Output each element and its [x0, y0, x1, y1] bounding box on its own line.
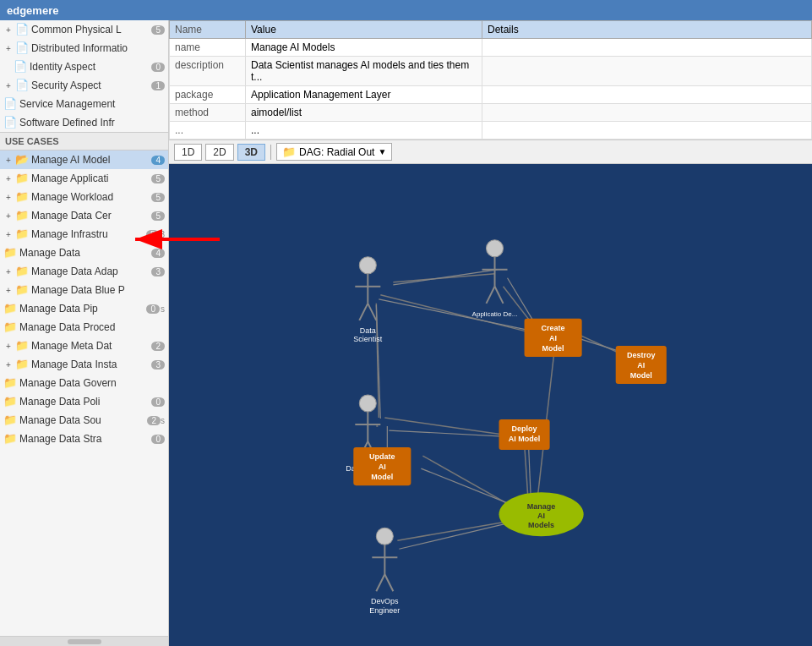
badge: 0: [151, 397, 165, 407]
prop-name: name: [170, 39, 246, 57]
page-icon: 📄: [3, 116, 17, 129]
sidebar-scroll[interactable]: + 📄 Common Physical L 5 + 📄 Distributed …: [0, 20, 168, 636]
prop-name: package: [170, 86, 246, 104]
expand-icon[interactable]: +: [3, 173, 14, 183]
folder-icon: 📄: [15, 23, 29, 36]
sidebar-item-manage-workload[interactable]: + 📁 Manage Workload 5: [0, 188, 168, 206]
svg-text:Destroy: Destroy: [627, 351, 656, 359]
sidebar-item-manage-data-poli[interactable]: 📁 Manage Data Poli 0: [0, 392, 168, 411]
folder-icon: 📁: [15, 227, 29, 241]
expand-icon[interactable]: +: [3, 211, 14, 221]
prop-row-more: ... ...: [170, 122, 812, 140]
view-2d-button[interactable]: 2D: [205, 144, 233, 161]
expand-icon[interactable]: +: [3, 43, 14, 53]
view-toolbar: 1D 2D 3D 📁 DAG: Radial Out ▼: [169, 140, 812, 164]
sidebar-item-manage-data-govern[interactable]: 📁 Manage Data Govern: [0, 374, 168, 392]
sidebar-item-manage-data-sou[interactable]: 📁 Manage Data Sou 2 s: [0, 411, 168, 430]
col-value-header: Value: [246, 21, 482, 39]
folder-icon: 📁: [3, 395, 17, 408]
svg-text:Engineer: Engineer: [369, 606, 400, 615]
sidebar-item-manage-meta[interactable]: + 📁 Manage Meta Dat 2: [0, 337, 168, 355]
right-panel: Name Value Details name Manage AI Models: [169, 20, 812, 646]
svg-line-5: [575, 333, 622, 354]
sidebar-scrollbar[interactable]: [0, 636, 168, 646]
svg-text:Model: Model: [630, 371, 652, 380]
expand-icon[interactable]: +: [3, 341, 14, 351]
svg-text:DevOps: DevOps: [371, 597, 399, 605]
sidebar-label: Manage Data Insta: [31, 359, 150, 370]
svg-line-7: [384, 418, 503, 435]
badge: 5: [151, 211, 165, 221]
prop-row-method: method aimodel/list: [170, 104, 812, 122]
prop-details: [482, 57, 812, 86]
view-3d-button[interactable]: 3D: [237, 144, 265, 161]
toolbar-separator: [270, 145, 271, 160]
sidebar-item-manage-data-pip[interactable]: 📁 Manage Data Pip 0 s: [0, 299, 168, 318]
badge: 5: [151, 193, 165, 202]
app-title: edgemere: [7, 4, 58, 17]
properties-panel: Name Value Details name Manage AI Models: [169, 20, 812, 140]
node-create-ai-model[interactable]: Create AI Model: [525, 319, 582, 357]
sidebar-item-service-mgmt[interactable]: 📄 Service Management: [0, 95, 168, 113]
sidebar-item-manage-data-proced[interactable]: 📁 Manage Data Proced: [0, 318, 168, 337]
expand-icon[interactable]: +: [3, 192, 14, 202]
extra: s: [161, 304, 165, 314]
properties-table: Name Value Details name Manage AI Models: [169, 20, 812, 140]
actor-devops-engineer[interactable]: DevOps Engineer: [369, 528, 400, 615]
page-icon: 📄: [15, 41, 29, 55]
svg-line-26: [359, 304, 368, 320]
sidebar-item-manage-data-center[interactable]: + 📁 Manage Data Cer 5: [0, 206, 168, 225]
node-destroy-ai-model[interactable]: Destroy AI Model: [616, 346, 667, 384]
svg-line-33: [486, 287, 494, 304]
badge: 4: [151, 156, 165, 165]
sidebar-label: Manage Data Govern: [19, 377, 165, 389]
svg-point-30: [486, 240, 503, 257]
expand-icon[interactable]: +: [3, 25, 14, 35]
actor-application-dev[interactable]: Applicatio De...: [472, 240, 518, 318]
sidebar-item-manage-data-stra[interactable]: 📁 Manage Data Stra 0: [0, 430, 168, 448]
sidebar-item-common-physical[interactable]: + 📄 Common Physical L 5: [0, 20, 168, 39]
svg-text:Manage: Manage: [527, 502, 556, 511]
folder-icon: 📁: [3, 376, 17, 390]
prop-details: [482, 39, 812, 57]
expand-icon[interactable]: +: [3, 266, 14, 276]
sidebar-item-distributed[interactable]: + 📄 Distributed Informatio: [0, 39, 168, 57]
expand-icon[interactable]: +: [3, 359, 14, 370]
sidebar: + 📄 Common Physical L 5 + 📄 Distributed …: [0, 20, 169, 646]
expand-icon[interactable]: +: [3, 229, 14, 239]
dag-dropdown[interactable]: 📁 DAG: Radial Out ▼: [276, 143, 392, 161]
expand-icon[interactable]: +: [3, 80, 14, 90]
folder-icon: 📁: [3, 302, 17, 315]
expand-icon[interactable]: +: [3, 285, 14, 295]
svg-line-65: [384, 574, 393, 591]
folder-icon: 📁: [15, 339, 29, 353]
prop-value: Data Scientist manages AI models and tie…: [246, 57, 482, 86]
node-manage-ai-models[interactable]: Manage AI Models: [499, 492, 584, 536]
diagram-area[interactable]: Data Scientist Applicatio De...: [169, 164, 812, 646]
folder-icon: 📁: [15, 358, 29, 371]
sidebar-item-manage-data-blue[interactable]: + 📁 Manage Data Blue P: [0, 281, 168, 299]
dag-dropdown-arrow: ▼: [378, 147, 386, 156]
node-deploy-model[interactable]: Deploy AI Model: [499, 419, 550, 450]
sidebar-label: Software Defined Infr: [19, 117, 165, 129]
sidebar-label: Manage Data Stra: [19, 433, 150, 445]
folder-icon: 📁: [15, 283, 29, 297]
sidebar-item-manage-data-insta[interactable]: + 📁 Manage Data Insta 3: [0, 355, 168, 374]
prop-row-name: name Manage AI Models: [170, 39, 812, 57]
actor-data-scientist[interactable]: Data Scientist: [353, 257, 383, 343]
sidebar-item-identity[interactable]: 📄 Identity Aspect 0: [0, 57, 168, 76]
expand-icon[interactable]: +: [3, 155, 14, 165]
sidebar-item-security[interactable]: + 📄 Security Aspect 1: [0, 76, 168, 95]
sidebar-label: Manage Applicati: [31, 172, 150, 184]
folder-icon: 📁: [3, 432, 17, 446]
sidebar-label: Manage Data Proced: [19, 321, 165, 333]
sidebar-item-software-defined[interactable]: 📄 Software Defined Infr: [0, 113, 168, 132]
prop-details: [482, 122, 812, 140]
prop-details: [482, 86, 812, 104]
sidebar-item-manage-data-adap[interactable]: + 📁 Manage Data Adap 3: [0, 262, 168, 281]
node-update-ai-model[interactable]: Update AI Model: [353, 447, 411, 485]
sidebar-item-manage-ai[interactable]: + 📂 Manage AI Model 4: [0, 151, 168, 169]
sidebar-item-manage-apps[interactable]: + 📁 Manage Applicati 5: [0, 169, 168, 188]
svg-text:AI Model: AI Model: [509, 435, 541, 443]
view-1d-button[interactable]: 1D: [174, 144, 202, 161]
